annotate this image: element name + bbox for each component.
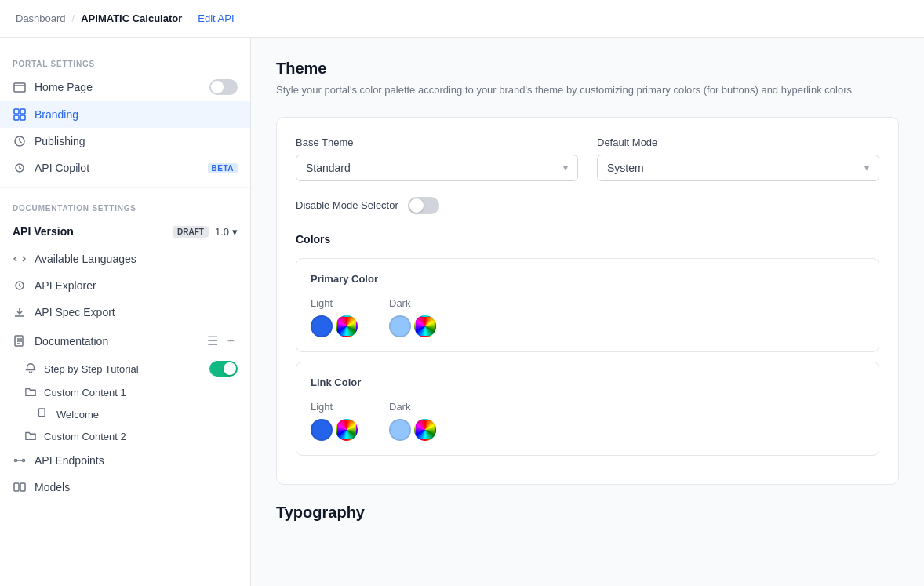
api-explorer-icon <box>13 278 27 293</box>
page-description: Style your portal's color palette accord… <box>276 82 899 98</box>
svg-rect-9 <box>39 409 45 417</box>
draft-badge: DRAFT <box>173 226 209 238</box>
base-theme-chevron: ▾ <box>563 162 568 173</box>
default-mode-value: System <box>607 162 644 174</box>
sidebar-item-welcome[interactable]: Welcome <box>0 403 250 425</box>
breadcrumb: Dashboard / APIMATIC Calculator <box>16 13 182 24</box>
file-icon <box>38 408 50 420</box>
theme-card: Base Theme Standard ▾ Default Mode Syste… <box>276 117 899 485</box>
code-icon <box>13 252 27 266</box>
endpoints-icon <box>13 453 27 468</box>
sidebar-item-custom-content-2[interactable]: Custom Content 2 <box>0 425 250 447</box>
disable-mode-label: Disable Mode Selector <box>296 199 398 211</box>
doc-add-button[interactable]: + <box>224 333 238 350</box>
theme-selectors-row: Base Theme Standard ▾ Default Mode Syste… <box>296 136 879 181</box>
models-label: Models <box>35 481 238 493</box>
svg-rect-0 <box>14 83 25 92</box>
sidebar-item-api-spec-export[interactable]: API Spec Export <box>0 299 250 326</box>
publishing-label: Publishing <box>35 135 238 147</box>
default-mode-chevron: ▾ <box>864 162 869 173</box>
custom-content-1-label: Custom Content 1 <box>44 387 126 399</box>
link-light-label: Light <box>311 401 358 413</box>
branding-icon <box>13 107 27 122</box>
link-light-rainbow-swatch[interactable] <box>336 419 358 441</box>
home-page-toggle[interactable] <box>209 79 238 95</box>
sidebar-item-custom-content-1[interactable]: Custom Content 1 <box>0 381 250 403</box>
folder-icon-1 <box>25 386 38 399</box>
layout: PORTAL SETTINGS Home Page Branding Publi… <box>0 38 924 586</box>
link-light-blue-swatch[interactable] <box>311 419 333 441</box>
sidebar-item-api-endpoints[interactable]: API Endpoints <box>0 447 250 474</box>
sidebar-item-models[interactable]: Models <box>0 474 250 500</box>
primary-light-label: Light <box>311 297 358 309</box>
link-dark-rainbow-swatch[interactable] <box>414 419 436 441</box>
default-mode-label: Default Mode <box>597 136 879 148</box>
svg-rect-1 <box>14 109 19 114</box>
welcome-label: Welcome <box>56 409 99 420</box>
base-theme-label: Base Theme <box>296 136 578 148</box>
primary-light-swatches <box>311 315 358 337</box>
custom-content-2-label: Custom Content 2 <box>44 431 126 442</box>
primary-light-rainbow-swatch[interactable] <box>336 315 358 337</box>
folder-icon-2 <box>25 430 38 442</box>
version-select[interactable]: 1.0 ▾ <box>215 226 238 238</box>
primary-light-blue-swatch[interactable] <box>311 315 333 337</box>
disable-mode-toggle[interactable] <box>408 197 439 214</box>
doc-settings-label: DOCUMENTATION SETTINGS <box>0 195 250 217</box>
doc-filter-button[interactable]: ☰ <box>204 332 221 350</box>
sidebar-item-available-languages[interactable]: Available Languages <box>0 246 250 272</box>
branding-label: Branding <box>35 108 238 121</box>
documentation-label: Documentation <box>35 335 196 348</box>
available-languages-label: Available Languages <box>35 253 238 265</box>
sidebar: PORTAL SETTINGS Home Page Branding Publi… <box>0 38 251 586</box>
doc-icon <box>13 334 27 348</box>
current-page: APIMATIC Calculator <box>81 13 182 24</box>
api-spec-export-label: API Spec Export <box>35 306 238 318</box>
sidebar-item-step-by-step[interactable]: Step by Step Tutorial <box>0 356 250 381</box>
step-by-step-toggle[interactable] <box>209 361 238 377</box>
main-content: Theme Style your portal's color palette … <box>251 38 924 586</box>
link-dark-blue-swatch[interactable] <box>389 419 411 441</box>
sidebar-item-publishing[interactable]: Publishing <box>0 128 250 155</box>
svg-rect-2 <box>20 109 25 114</box>
primary-dark-rainbow-swatch[interactable] <box>414 315 436 337</box>
sidebar-item-documentation[interactable]: Documentation ☰ + <box>0 326 250 356</box>
topbar: Dashboard / APIMATIC Calculator Edit API <box>0 0 924 38</box>
link-light-swatches <box>311 419 358 441</box>
primary-dark-swatches <box>389 315 436 337</box>
link-dark-swatches <box>389 419 436 441</box>
export-icon <box>13 305 27 319</box>
api-copilot-icon <box>13 161 27 175</box>
edit-api-link[interactable]: Edit API <box>198 13 234 24</box>
sidebar-item-api-copilot[interactable]: API Copilot BETA <box>0 155 250 181</box>
beta-badge: BETA <box>208 163 238 173</box>
svg-point-10 <box>15 460 17 462</box>
primary-dark-blue-swatch[interactable] <box>389 315 411 337</box>
api-endpoints-label: API Endpoints <box>35 454 238 467</box>
default-mode-select[interactable]: System ▾ <box>597 155 879 181</box>
svg-rect-13 <box>20 483 25 491</box>
api-explorer-label: API Explorer <box>35 279 238 292</box>
portal-settings-label: PORTAL SETTINGS <box>0 50 250 73</box>
primary-color-row: Light Dark <box>311 297 864 337</box>
sidebar-divider-1 <box>0 187 250 188</box>
colors-label: Colors <box>296 233 879 246</box>
dashboard-link[interactable]: Dashboard <box>16 13 66 24</box>
base-theme-select[interactable]: Standard ▾ <box>296 155 578 181</box>
link-color-section: Link Color Light Dark <box>296 362 879 456</box>
sidebar-item-home-page[interactable]: Home Page <box>0 73 250 101</box>
typography-title: Typography <box>276 504 899 522</box>
step-by-step-label: Step by Step Tutorial <box>44 363 139 375</box>
svg-rect-3 <box>14 115 19 120</box>
svg-rect-4 <box>20 115 25 120</box>
primary-light-group: Light <box>311 297 358 337</box>
svg-rect-12 <box>14 483 19 491</box>
svg-point-11 <box>23 460 25 462</box>
bell-icon <box>25 362 38 375</box>
sidebar-item-api-explorer[interactable]: API Explorer <box>0 272 250 299</box>
base-theme-field: Base Theme Standard ▾ <box>296 136 578 181</box>
api-version-label: API Version <box>13 225 166 238</box>
primary-color-title: Primary Color <box>311 273 864 285</box>
sidebar-item-branding[interactable]: Branding <box>0 101 250 128</box>
link-color-row: Light Dark <box>311 401 864 441</box>
